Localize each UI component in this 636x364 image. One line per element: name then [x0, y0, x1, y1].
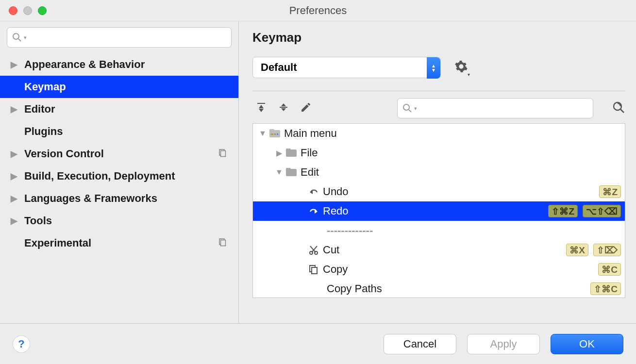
sidebar-item-label: Version Control [24, 148, 104, 160]
sidebar-item-label: Experimental [24, 237, 91, 249]
chevron-down-icon: ▾ [24, 34, 27, 41]
tree-item-label: ------------- [327, 224, 373, 237]
svg-marker-11 [281, 108, 286, 111]
tree-row-file[interactable]: ▶ File [253, 143, 625, 163]
sidebar-item-label: Tools [24, 215, 52, 227]
apply-button[interactable]: Apply [467, 334, 540, 354]
expand-all-button[interactable] [255, 101, 267, 115]
dialog-footer: ? Cancel Apply OK [0, 323, 636, 364]
ok-button[interactable]: OK [551, 334, 623, 354]
copy-icon [307, 265, 320, 274]
svg-line-13 [409, 110, 411, 112]
collapse-icon: ▼ [257, 129, 268, 138]
root-folder-icon [268, 129, 281, 138]
search-icon [402, 103, 412, 113]
undo-icon [307, 187, 320, 196]
expand-icon: ▶ [273, 149, 285, 158]
svg-rect-19 [274, 133, 276, 135]
sidebar-item-plugins[interactable]: ▶ Plugins [0, 120, 238, 143]
expand-icon: ▶ [11, 149, 24, 159]
tree-item-label: Main menu [284, 127, 337, 140]
keyboard-shortcut: ⌥⇧⌫ [583, 205, 621, 217]
svg-line-1 [18, 39, 21, 41]
tree-item-label: Cut [323, 244, 339, 256]
tree-item-label: Copy [323, 263, 348, 276]
tree-row-cut[interactable]: Cut ⌘X ⇧⌦ [253, 240, 625, 260]
keyboard-shortcut: ⌘X [566, 244, 588, 256]
expand-icon: ▶ [11, 215, 24, 226]
svg-line-15 [620, 109, 624, 113]
sidebar-item-tools[interactable]: ▶ Tools [0, 210, 238, 232]
svg-point-30 [315, 251, 318, 254]
settings-sidebar: ▾ ▶ Appearance & Behavior ▶ Keymap ▶ Edi… [0, 21, 239, 323]
button-label: OK [579, 338, 595, 350]
help-button[interactable]: ? [13, 335, 30, 353]
svg-point-0 [13, 33, 19, 39]
sidebar-item-editor[interactable]: ▶ Editor [0, 98, 238, 120]
redo-icon [307, 207, 320, 215]
chevron-down-icon: ▾ [414, 105, 417, 112]
sidebar-item-label: Plugins [24, 125, 63, 138]
sidebar-item-label: Keymap [24, 81, 66, 93]
svg-rect-32 [312, 267, 317, 274]
keyboard-shortcut: ⇧⌦ [593, 244, 621, 256]
tree-row-copy[interactable]: Copy ⌘C [253, 260, 625, 279]
sidebar-item-languages-frameworks[interactable]: ▶ Languages & Frameworks [0, 187, 238, 210]
keyboard-shortcut: ⇧⌘Z [548, 205, 578, 217]
edit-shortcut-button[interactable] [300, 101, 312, 115]
tree-row-redo[interactable]: Redo ⇧⌘Z ⌥⇧⌫ [253, 201, 625, 221]
tree-row-undo[interactable]: Undo ⌘Z [253, 182, 625, 201]
svg-marker-7 [259, 105, 264, 108]
collapse-all-button[interactable] [278, 101, 289, 115]
tree-item-label: Redo [323, 205, 349, 217]
folder-icon [285, 168, 298, 177]
expand-icon: ▶ [11, 171, 24, 182]
sidebar-item-appearance-behavior[interactable]: ▶ Appearance & Behavior [0, 53, 238, 76]
keymap-selector[interactable]: Default ▲▼ [252, 57, 441, 78]
svg-marker-8 [259, 109, 264, 112]
button-label: Cancel [403, 338, 436, 350]
page-title: Keymap [252, 30, 625, 45]
folder-icon [285, 149, 298, 157]
sidebar-item-build-execution-deployment[interactable]: ▶ Build, Execution, Deployment [0, 165, 238, 187]
sidebar-item-keymap[interactable]: ▶ Keymap [0, 76, 238, 98]
sidebar-item-version-control[interactable]: ▶ Version Control [0, 143, 238, 165]
help-icon: ? [18, 338, 24, 350]
expand-icon: ▶ [11, 193, 24, 204]
shortcuts: ⌘Z [599, 185, 621, 198]
tree-item-label: Edit [301, 166, 319, 179]
settings-content: Keymap Default ▲▼ ▾ [239, 21, 636, 323]
tree-row-separator[interactable]: ------------- [253, 221, 625, 240]
tree-item-label: File [301, 147, 318, 159]
sidebar-item-label: Languages & Frameworks [24, 192, 157, 205]
sidebar-search-input[interactable]: ▾ [7, 27, 232, 48]
keymap-selected-value: Default [261, 61, 297, 74]
shortcuts: ⇧⌘Z ⌥⇧⌫ [548, 205, 621, 217]
sidebar-item-label: Appearance & Behavior [24, 58, 145, 71]
dropdown-arrows-icon: ▲▼ [427, 57, 440, 79]
tree-row-copy-paths[interactable]: Copy Paths ⇧⌘C [253, 279, 625, 298]
sidebar-item-label: Build, Execution, Deployment [24, 170, 175, 182]
project-settings-icon [218, 148, 227, 160]
sidebar-item-experimental[interactable]: ▶ Experimental [0, 232, 238, 254]
svg-point-12 [403, 104, 409, 110]
tree-item-label: Copy Paths [327, 282, 382, 295]
cancel-button[interactable]: Cancel [384, 334, 456, 354]
tree-row-edit[interactable]: ▼ Edit [253, 163, 625, 182]
svg-rect-24 [286, 168, 291, 171]
titlebar: Preferences [0, 0, 636, 21]
search-icon [12, 33, 22, 42]
tree-item-label: Undo [323, 185, 349, 198]
tree-row-main-menu[interactable]: ▼ Main menu [253, 124, 625, 143]
action-search-input[interactable]: ▾ [397, 98, 593, 118]
find-by-shortcut-button[interactable] [612, 100, 625, 116]
keymap-actions-button[interactable]: ▾ [454, 60, 468, 75]
keymap-tree[interactable]: ▼ Main menu ▶ File ▼ Edit [252, 123, 625, 298]
sidebar-item-label: Editor [24, 103, 55, 116]
keyboard-shortcut: ⇧⌘C [590, 282, 621, 295]
divider [252, 91, 625, 91]
button-label: Apply [490, 338, 517, 350]
expand-icon: ▶ [11, 104, 24, 115]
keyboard-shortcut: ⌘Z [599, 185, 621, 198]
svg-rect-17 [269, 129, 274, 132]
